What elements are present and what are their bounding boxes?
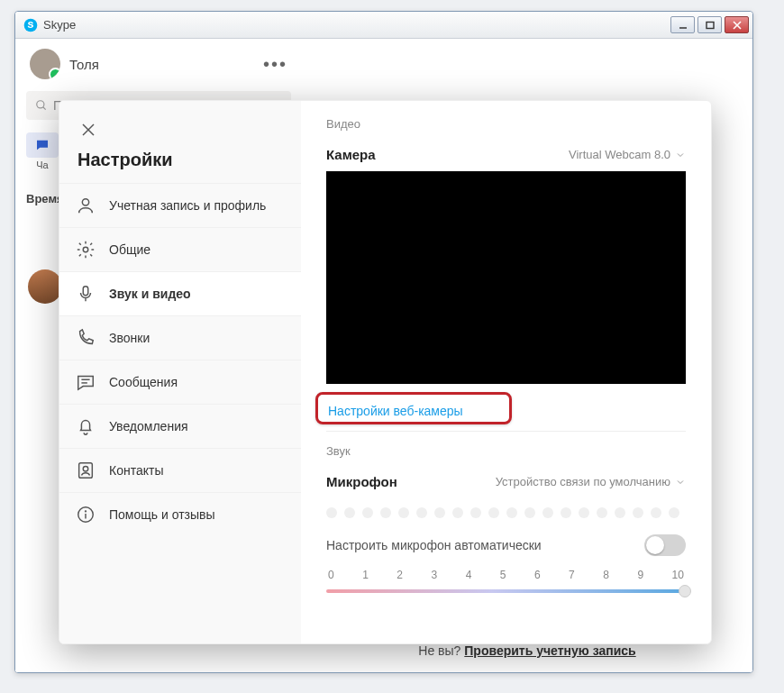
- gear-icon: [76, 240, 96, 260]
- tick: 4: [466, 569, 472, 581]
- nav-label: Сообщения: [109, 375, 178, 389]
- svg-point-15: [83, 466, 88, 471]
- minimize-button[interactable]: [670, 16, 695, 33]
- settings-content: Видео Камера Virtual Webcam 8.0 Настройк…: [301, 101, 711, 643]
- svg-rect-2: [707, 22, 714, 28]
- tick: 7: [569, 569, 575, 581]
- mic-dot: [615, 507, 625, 518]
- nav-label: Звук и видео: [109, 287, 191, 301]
- webcam-settings-link[interactable]: Настройки веб-камеры: [328, 404, 463, 418]
- webcam-settings-row: Настройки веб-камеры: [326, 395, 686, 432]
- tick: 0: [328, 569, 334, 581]
- section-audio-label: Звук: [326, 444, 686, 458]
- close-settings-button[interactable]: [72, 114, 105, 146]
- mic-dot: [326, 507, 337, 518]
- tick: 8: [603, 569, 609, 581]
- slider-track-wrap[interactable]: [326, 585, 686, 597]
- info-icon: [76, 505, 96, 524]
- svg-rect-11: [83, 287, 88, 296]
- camera-value: Virtual Webcam 8.0: [569, 148, 670, 161]
- nav-item-contacts[interactable]: Контакты: [59, 448, 301, 492]
- nav-item-help[interactable]: Помощь и отзывы: [59, 492, 301, 536]
- slider-labels: 0 1 2 3 4 5 6 7 8 9 10: [326, 569, 686, 585]
- mic-dot: [434, 507, 445, 518]
- settings-nav: Настройки Учетная запись и профиль Общие…: [59, 101, 301, 643]
- nav-item-audio-video[interactable]: Звук и видео: [59, 271, 301, 315]
- chevron-down-icon: [675, 477, 686, 488]
- svg-point-9: [82, 199, 88, 205]
- nav-label: Уведомления: [109, 419, 188, 433]
- section-video-label: Видео: [326, 117, 686, 131]
- mic-dot: [416, 507, 427, 518]
- client-area: Толя ••• П Ча Время PB: [15, 39, 752, 672]
- mic-label: Микрофон: [326, 474, 397, 489]
- mic-dot: [398, 507, 409, 518]
- bg-tab-chats[interactable]: [26, 132, 59, 158]
- mic-dot: [470, 507, 481, 518]
- settings-title: Настройки: [59, 150, 301, 183]
- mic-dot: [488, 507, 499, 518]
- mic-dot: [651, 507, 661, 518]
- auto-mic-toggle[interactable]: [644, 534, 686, 556]
- contact-initials: GE: [28, 370, 62, 405]
- maximize-button[interactable]: [697, 16, 722, 33]
- camera-label: Камера: [326, 147, 376, 162]
- nav-label: Звонки: [109, 331, 150, 345]
- mic-dot: [561, 507, 571, 518]
- close-window-button[interactable]: [725, 16, 749, 33]
- bg-header: Толя •••: [15, 39, 302, 89]
- close-icon: [80, 122, 96, 138]
- mic-dot: [542, 507, 553, 518]
- mic-dot: [669, 507, 679, 518]
- camera-dropdown[interactable]: Virtual Webcam 8.0: [569, 148, 686, 161]
- tick: 5: [500, 569, 506, 581]
- bg-bottom-text: Не вы? Проверить учетную запись: [418, 643, 635, 672]
- person-icon: [76, 196, 96, 215]
- svg-point-5: [37, 101, 44, 108]
- chevron-down-icon: [675, 150, 686, 160]
- tick: 1: [362, 569, 369, 581]
- nav-label: Учетная запись и профиль: [109, 198, 266, 213]
- chat-icon: [35, 138, 50, 152]
- nav-label: Контакты: [109, 463, 163, 478]
- mic-dot: [633, 507, 643, 518]
- skype-icon: [23, 18, 38, 32]
- nav-label: Общие: [109, 242, 150, 257]
- nav-item-general[interactable]: Общие: [59, 227, 301, 271]
- nav-item-calls[interactable]: Звонки: [59, 315, 301, 360]
- toggle-knob: [646, 536, 664, 554]
- svg-point-10: [83, 247, 88, 252]
- avatar[interactable]: [30, 49, 60, 79]
- nav-item-messages[interactable]: Сообщения: [59, 360, 301, 404]
- mic-dot: [524, 507, 535, 518]
- svg-line-6: [43, 107, 46, 110]
- window-title: Skype: [43, 18, 668, 32]
- mic-slider[interactable]: 0 1 2 3 4 5 6 7 8 9 10: [326, 565, 686, 597]
- nav-item-notifications[interactable]: Уведомления: [59, 404, 301, 448]
- svg-point-18: [86, 511, 87, 512]
- nav-item-account[interactable]: Учетная запись и профиль: [59, 183, 301, 227]
- search-icon: [35, 99, 48, 112]
- camera-preview: [326, 171, 686, 384]
- contact-initials: PB: [28, 219, 62, 253]
- chat-icon: [76, 372, 96, 392]
- mic-dot: [506, 507, 517, 518]
- titlebar[interactable]: Skype: [15, 12, 752, 39]
- contacts-icon: [76, 460, 96, 480]
- tick: 6: [534, 569, 541, 581]
- mic-dropdown[interactable]: Устройство связи по умолчанию: [496, 475, 686, 488]
- slider-thumb[interactable]: [679, 585, 691, 597]
- camera-row: Камера Virtual Webcam 8.0: [326, 141, 686, 171]
- check-account-link[interactable]: Проверить учетную запись: [464, 643, 635, 658]
- mic-dot: [579, 507, 589, 518]
- app-window: Skype Толя ••• П Ча: [14, 11, 753, 673]
- tick: 10: [672, 569, 684, 581]
- auto-mic-label: Настроить микрофон автоматически: [326, 538, 542, 552]
- auto-mic-row: Настроить микрофон автоматически: [326, 533, 686, 565]
- more-icon[interactable]: •••: [263, 54, 287, 75]
- nav-label: Помощь и отзывы: [109, 507, 215, 522]
- mic-level-indicator: [326, 507, 686, 518]
- microphone-icon: [76, 284, 96, 304]
- mic-dot: [452, 507, 463, 518]
- slider-track: [326, 589, 686, 593]
